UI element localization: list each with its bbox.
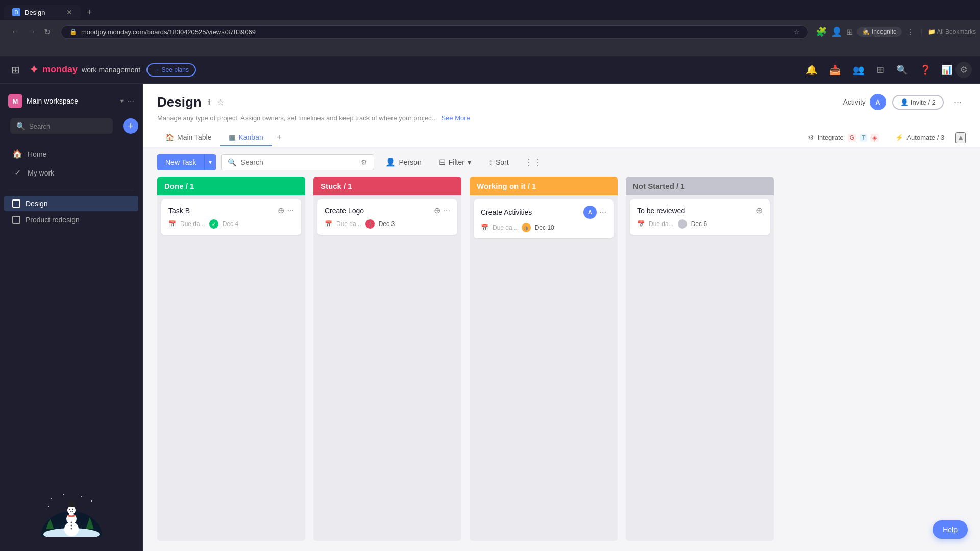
automate-btn[interactable]: ⚡ Automate / 3 xyxy=(890,131,949,144)
sidebar-board-product-redesign[interactable]: Product redesign xyxy=(4,212,138,228)
sort-btn[interactable]: ↕ Sort xyxy=(482,154,515,170)
help-btn[interactable]: Help xyxy=(933,520,968,539)
card-add-btn[interactable]: ⊕ xyxy=(278,206,284,215)
sidebar-item-my-work[interactable]: ✓ My work xyxy=(4,164,138,182)
see-plans-btn[interactable]: → See plans xyxy=(146,63,196,77)
more-options-btn[interactable]: ⋮⋮ xyxy=(520,155,547,170)
analytics-icon: 📊 xyxy=(941,64,952,76)
new-tab-btn[interactable]: + xyxy=(83,5,96,20)
board-icon-2 xyxy=(12,216,20,224)
board-tab-right-actions: ⚙ Integrate G T ◈ ⚡ Automate / 3 ▲ xyxy=(803,131,966,144)
activity-section: Activity A xyxy=(843,94,886,110)
collapse-btn[interactable]: ▲ xyxy=(955,132,966,143)
sidebar-search[interactable]: 🔍 Search xyxy=(10,118,113,134)
done-status-icon: ✓ xyxy=(209,219,218,229)
svg-point-5 xyxy=(91,500,92,502)
board-star-icon[interactable]: ☆ xyxy=(217,97,224,107)
card-logo-more-btn[interactable]: ··· xyxy=(444,206,450,215)
card-task-b-title: Task B xyxy=(168,207,190,215)
board-header: Design ℹ ☆ Activity A 👤 Invite / 2 ··· xyxy=(143,84,980,147)
card-task-b: Task B ⊕ ··· 📅 Due da... ✓ Dec 4 xyxy=(161,199,301,235)
workspace-icon: M xyxy=(8,94,22,108)
svg-point-15 xyxy=(72,509,73,510)
svg-point-14 xyxy=(69,509,70,510)
column-done: Done / 1 Task B ⊕ ··· xyxy=(157,177,305,541)
due-label-3: Due da... xyxy=(493,224,518,231)
card-reviewed-add-btn[interactable]: ⊕ xyxy=(756,206,763,215)
column-done-body: Task B ⊕ ··· 📅 Due da... ✓ Dec 4 xyxy=(157,195,305,541)
workspace-name: Main workspace xyxy=(27,97,116,105)
card-create-logo-title-row: Create Logo ⊕ ··· xyxy=(325,206,450,215)
search-filter-icon[interactable]: ⚙ xyxy=(361,158,368,166)
tab-main-table[interactable]: 🏠 Main Table xyxy=(157,129,219,146)
board-info-icon[interactable]: ℹ xyxy=(208,97,211,107)
sidebar-board-design[interactable]: Design xyxy=(4,196,138,211)
people-btn[interactable]: 👥 xyxy=(851,62,866,78)
profile-icon: 👤 xyxy=(831,26,842,37)
sidebar-add-btn[interactable]: + xyxy=(123,118,138,134)
sidebar-item-home[interactable]: 🏠 Home xyxy=(4,145,138,163)
card-create-activities-title-row: Create Activities A ··· xyxy=(481,206,606,219)
person-filter-btn[interactable]: 👤 Person xyxy=(379,154,427,170)
workspace-header[interactable]: M Main workspace ▾ ··· xyxy=(0,90,142,112)
see-more-link[interactable]: See More xyxy=(441,114,470,122)
active-tab[interactable]: D Design ✕ xyxy=(4,5,81,19)
filter-label: Filter xyxy=(449,158,464,166)
notifications-btn[interactable]: 🔔 xyxy=(804,62,819,78)
bookmark-icon: ⊞ xyxy=(846,27,853,37)
calendar-icon-4: 📅 xyxy=(637,220,645,228)
search-header-btn[interactable]: 🔍 xyxy=(894,62,910,78)
apps-btn[interactable]: ⊞ xyxy=(874,62,886,78)
board-description: Manage any type of project. Assign owner… xyxy=(157,114,966,122)
tab-close-btn[interactable]: ✕ xyxy=(66,8,72,16)
teams-icon: T xyxy=(860,134,867,142)
svg-point-6 xyxy=(48,506,49,507)
calendar-icon-3: 📅 xyxy=(481,224,488,231)
forward-btn[interactable]: → xyxy=(24,25,39,38)
card-create-logo: Create Logo ⊕ ··· 📅 Due da... ! Dec xyxy=(317,199,457,235)
svg-point-4 xyxy=(81,496,82,497)
toolbar-search-input[interactable] xyxy=(240,158,357,166)
new-task-dropdown-btn[interactable]: ▾ xyxy=(204,154,216,170)
browser-toolbar: ← → ↻ 🔒 moodjoy.monday.com/boards/183042… xyxy=(0,20,980,43)
extensions-icon: 🧩 xyxy=(816,26,827,37)
card-date: Dec 4 xyxy=(223,220,238,228)
new-task-label: New Task xyxy=(165,158,196,166)
tab-kanban[interactable]: ▦ Kanban xyxy=(220,129,271,146)
svg-point-18 xyxy=(70,522,72,523)
integrate-btn[interactable]: ⚙ Integrate G T ◈ xyxy=(803,131,884,144)
card-more-btn[interactable]: ··· xyxy=(287,206,294,215)
new-task-btn[interactable]: New Task xyxy=(157,154,204,170)
card-create-logo-actions: ⊕ ··· xyxy=(434,206,450,215)
star-icon: ☆ xyxy=(794,28,800,36)
nav-buttons: ← → ↻ xyxy=(4,25,58,39)
workspace-more-icon[interactable]: ··· xyxy=(128,96,134,106)
card-date-2: Dec 3 xyxy=(379,220,395,228)
filter-btn[interactable]: ⊟ Filter ▾ xyxy=(433,154,477,170)
sidebar-search-icon: 🔍 xyxy=(16,122,25,130)
address-bar[interactable]: 🔒 moodjoy.monday.com/boards/1830420525/v… xyxy=(61,25,808,39)
integrate-label: Integrate xyxy=(817,134,843,141)
working-status-icon: ◑ xyxy=(522,223,531,232)
invite-label: Invite / 2 xyxy=(911,98,936,106)
gmail-icon: G xyxy=(848,134,856,142)
reload-btn[interactable]: ↻ xyxy=(41,25,54,39)
card-date-3: Dec 10 xyxy=(535,224,554,231)
column-working-body: Create Activities A ··· 📅 Due da... ◑ xyxy=(470,195,618,541)
browser-actions: 🧩 👤 ⊞ 🕵 Incognito ⋮ xyxy=(816,26,914,37)
toolbar-search-box[interactable]: 🔍 ⚙ xyxy=(221,154,374,170)
app-grid-btn[interactable]: ⊞ xyxy=(8,62,23,78)
card-logo-add-btn[interactable]: ⊕ xyxy=(434,206,440,215)
settings-btn[interactable]: ⚙ xyxy=(955,62,972,78)
back-btn[interactable]: ← xyxy=(8,25,22,38)
svg-point-20 xyxy=(70,528,72,530)
column-not-started: Not Started / 1 To be reviewed ⊕ 📅 xyxy=(626,177,774,541)
add-tab-btn[interactable]: + xyxy=(273,128,286,147)
board-more-btn[interactable]: ··· xyxy=(950,95,966,110)
invite-btn[interactable]: 👤 Invite / 2 xyxy=(892,95,944,110)
card-activities-more-btn[interactable]: ··· xyxy=(600,208,606,217)
help-header-btn[interactable]: ❓ xyxy=(918,62,933,78)
help-btn-label: Help xyxy=(943,525,958,534)
column-not-started-body: To be reviewed ⊕ 📅 Due da... Dec 6 xyxy=(626,195,774,541)
inbox-btn[interactable]: 📥 xyxy=(827,62,843,78)
